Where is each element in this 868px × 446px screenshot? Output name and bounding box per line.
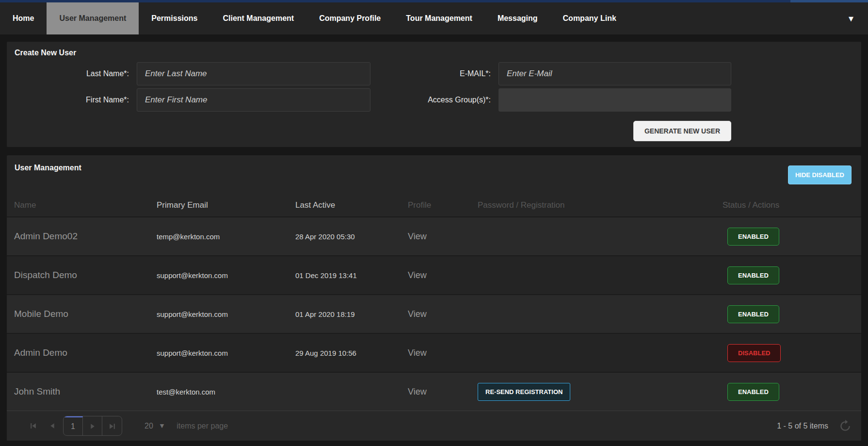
last-name-label: Last Name*: [15,69,130,78]
user-last-active: 01 Dec 2019 13:41 [295,271,408,280]
user-email: support@kerkton.com [157,349,295,357]
create-user-title: Create New User [15,49,853,57]
column-header-name[interactable]: Name [14,200,157,210]
chevron-down-icon: ▼ [160,423,164,429]
nav-item-messaging[interactable]: Messaging [485,2,550,34]
user-management-title: User Management [15,164,81,172]
current-page-button[interactable]: 1 [64,416,83,435]
column-header-password-registration: Password / Registration [478,200,723,210]
user-name: Mobile Demo [14,309,157,319]
view-profile-link[interactable]: View [408,387,478,397]
page-size-dropdown[interactable]: 20 ▼ [145,422,164,430]
status-badge[interactable]: ENABLED [727,266,779,284]
user-last-active: 29 Aug 2019 10:56 [295,349,408,357]
top-accent-bar-light-segment [790,0,868,2]
table-row: Mobile Demo support@kerkton.com 01 Apr 2… [7,294,861,333]
user-email: temp@kerkton.com [157,232,295,241]
pagination-bar: 1 20 ▼ items per page 1 - 5 of 5 items [7,411,861,441]
last-name-field[interactable] [137,62,370,85]
email-field[interactable] [498,62,731,85]
top-accent-bar [0,0,868,2]
nav-item-company-link[interactable]: Company Link [550,2,629,34]
access-groups-input[interactable] [498,88,731,112]
table-row: Admin Demo02 temp@kerkton.com 28 Apr 202… [7,216,861,255]
generate-new-user-button[interactable]: GENERATE NEW USER [633,121,731,141]
nav-item-company-profile[interactable]: Company Profile [306,2,393,34]
prev-page-icon[interactable] [43,416,62,436]
chevron-down-icon[interactable]: ▼ [834,2,868,34]
status-badge[interactable]: DISABLED [727,344,781,362]
status-badge[interactable]: ENABLED [727,228,779,246]
first-name-field[interactable] [137,88,370,112]
items-per-page-label: items per page [177,422,228,430]
nav-item-label: User Management [59,14,126,23]
user-email: test@kerkton.com [157,388,295,396]
user-last-active: 28 Apr 2020 05:30 [295,232,408,241]
resend-registration-button[interactable]: RE-SEND REGISTRATION [478,383,570,401]
view-profile-link[interactable]: View [408,231,478,242]
user-name: Admin Demo [14,347,157,358]
main-nav-bar: Home User Management Permissions Client … [0,2,868,34]
nav-item-user-management[interactable]: User Management [47,2,139,34]
column-header-primary-email[interactable]: Primary Email [157,200,295,210]
access-groups-label: Access Group(s)*: [377,96,492,104]
pager-button-group: 1 [63,416,122,436]
status-badge[interactable]: ENABLED [727,383,779,401]
column-header-last-active[interactable]: Last Active [295,200,408,210]
user-last-active: 01 Apr 2020 18:19 [295,310,408,318]
first-page-icon[interactable] [23,416,43,436]
user-management-panel: User Management HIDE DISABLED Name Prima… [7,155,861,441]
top-nav: Home User Management Permissions Client … [0,0,868,34]
nav-item-label: Permissions [151,14,197,23]
create-user-form: Last Name*: E-MAIL*: First Name*: Access… [15,62,853,141]
nav-item-tour-management[interactable]: Tour Management [393,2,485,34]
table-row: John Smith test@kerkton.com View RE-SEND… [7,372,861,411]
user-name: Dispatch Demo [14,270,157,281]
table-row: Dispatch Demo support@kerkton.com 01 Dec… [7,255,861,294]
nav-item-label: Company Link [563,14,616,23]
table-row: Admin Demo support@kerkton.com 29 Aug 20… [7,333,861,372]
hide-disabled-button[interactable]: HIDE DISABLED [788,165,852,184]
nav-item-label: Tour Management [406,14,472,23]
column-header-profile: Profile [408,200,478,210]
create-new-user-panel: Create New User Last Name*: E-MAIL*: Fir… [7,42,861,147]
user-email: support@kerkton.com [157,310,295,318]
nav-item-label: Home [13,14,34,23]
refresh-icon[interactable] [839,420,852,432]
pager-range-label: 1 - 5 of 5 items [777,422,828,430]
user-name: Admin Demo02 [14,231,157,242]
last-page-icon[interactable] [102,416,122,436]
view-profile-link[interactable]: View [408,270,478,281]
column-header-status-actions: Status / Actions [723,200,854,210]
nav-item-client-management[interactable]: Client Management [210,2,306,34]
page-size-value: 20 [145,422,153,430]
user-email: support@kerkton.com [157,271,295,280]
view-profile-link[interactable]: View [408,309,478,319]
nav-item-label: Client Management [223,14,294,23]
nav-item-permissions[interactable]: Permissions [139,2,210,34]
first-name-label: First Name*: [15,96,130,104]
next-page-icon[interactable] [83,416,102,436]
view-profile-link[interactable]: View [408,348,478,358]
nav-item-label: Messaging [498,14,538,23]
nav-item-label: Company Profile [319,14,381,23]
status-badge[interactable]: ENABLED [727,305,779,323]
table-header-row: Name Primary Email Last Active Profile P… [7,194,861,216]
nav-item-home[interactable]: Home [0,2,47,34]
email-label: E-MAIL*: [377,69,492,78]
user-name: John Smith [14,386,157,397]
